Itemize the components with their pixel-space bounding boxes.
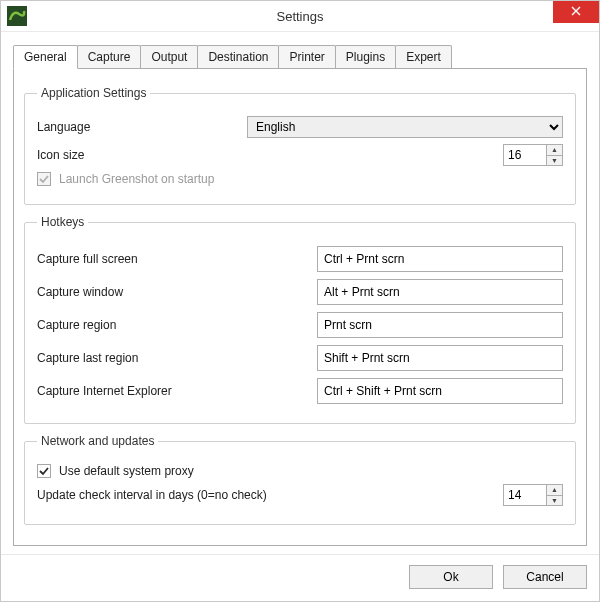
- icon-size-up[interactable]: ▲: [547, 145, 562, 155]
- group-application-settings: Application Settings Language English Ic…: [24, 86, 576, 205]
- hotkey-row-fullscreen: Capture full screen: [37, 246, 563, 272]
- tab-body-general: Application Settings Language English Ic…: [13, 68, 587, 546]
- group-hotkeys: Hotkeys Capture full screen Capture wind…: [24, 215, 576, 424]
- use-proxy-label: Use default system proxy: [59, 464, 194, 478]
- hotkey-label-window: Capture window: [37, 285, 317, 299]
- hotkey-input-region[interactable]: [317, 312, 563, 338]
- hotkey-label-ie: Capture Internet Explorer: [37, 384, 317, 398]
- settings-window: Settings General Capture Output Destinat…: [0, 0, 600, 602]
- icon-size-spinner: ▲ ▼: [547, 144, 563, 166]
- row-icon-size: Icon size ▲ ▼: [37, 144, 563, 166]
- tab-general[interactable]: General: [13, 45, 78, 69]
- close-icon: [571, 5, 581, 19]
- client-area: General Capture Output Destination Print…: [1, 32, 599, 558]
- update-interval-spinner: ▲ ▼: [547, 484, 563, 506]
- group-legend-hotkeys: Hotkeys: [37, 215, 88, 229]
- hotkey-input-fullscreen[interactable]: [317, 246, 563, 272]
- ok-button[interactable]: Ok: [409, 565, 493, 589]
- cancel-button[interactable]: Cancel: [503, 565, 587, 589]
- hotkey-row-last-region: Capture last region: [37, 345, 563, 371]
- chevron-down-icon: ▼: [551, 497, 558, 504]
- tab-destination[interactable]: Destination: [197, 45, 279, 68]
- launch-on-startup-label: Launch Greenshot on startup: [59, 172, 214, 186]
- tab-capture[interactable]: Capture: [77, 45, 142, 68]
- hotkey-input-window[interactable]: [317, 279, 563, 305]
- group-legend-network: Network and updates: [37, 434, 158, 448]
- tab-expert[interactable]: Expert: [395, 45, 452, 68]
- label-language: Language: [37, 120, 247, 134]
- use-proxy-checkbox[interactable]: [37, 464, 51, 478]
- row-use-proxy: Use default system proxy: [37, 464, 563, 478]
- icon-size-input[interactable]: [503, 144, 547, 166]
- tab-output[interactable]: Output: [140, 45, 198, 68]
- update-interval-down[interactable]: ▼: [547, 495, 562, 506]
- tab-printer[interactable]: Printer: [278, 45, 335, 68]
- update-interval-up[interactable]: ▲: [547, 485, 562, 495]
- window-title: Settings: [277, 9, 324, 24]
- chevron-up-icon: ▲: [551, 486, 558, 493]
- icon-size-stepper: ▲ ▼: [503, 144, 563, 166]
- chevron-down-icon: ▼: [551, 157, 558, 164]
- hotkey-input-ie[interactable]: [317, 378, 563, 404]
- app-icon: [7, 6, 27, 26]
- hotkey-input-last-region[interactable]: [317, 345, 563, 371]
- icon-size-down[interactable]: ▼: [547, 155, 562, 166]
- titlebar: Settings: [1, 1, 599, 32]
- hotkey-label-last-region: Capture last region: [37, 351, 317, 365]
- hotkey-label-region: Capture region: [37, 318, 317, 332]
- chevron-up-icon: ▲: [551, 146, 558, 153]
- row-launch-on-startup: Launch Greenshot on startup: [37, 172, 563, 186]
- hotkey-row-window: Capture window: [37, 279, 563, 305]
- tab-strip: General Capture Output Destination Print…: [13, 45, 587, 69]
- launch-on-startup-checkbox[interactable]: [37, 172, 51, 186]
- row-language: Language English: [37, 116, 563, 138]
- label-update-interval: Update check interval in days (0=no chec…: [37, 488, 503, 502]
- close-button[interactable]: [553, 1, 599, 23]
- row-update-interval: Update check interval in days (0=no chec…: [37, 484, 563, 506]
- label-icon-size: Icon size: [37, 148, 287, 162]
- hotkey-row-ie: Capture Internet Explorer: [37, 378, 563, 404]
- hotkey-row-region: Capture region: [37, 312, 563, 338]
- check-icon: [39, 466, 49, 476]
- dialog-footer: Ok Cancel: [1, 554, 599, 601]
- tab-plugins[interactable]: Plugins: [335, 45, 396, 68]
- group-legend-application-settings: Application Settings: [37, 86, 150, 100]
- language-select[interactable]: English: [247, 116, 563, 138]
- update-interval-stepper: ▲ ▼: [503, 484, 563, 506]
- hotkey-label-fullscreen: Capture full screen: [37, 252, 317, 266]
- group-network-updates: Network and updates Use default system p…: [24, 434, 576, 525]
- check-icon: [39, 174, 49, 184]
- update-interval-input[interactable]: [503, 484, 547, 506]
